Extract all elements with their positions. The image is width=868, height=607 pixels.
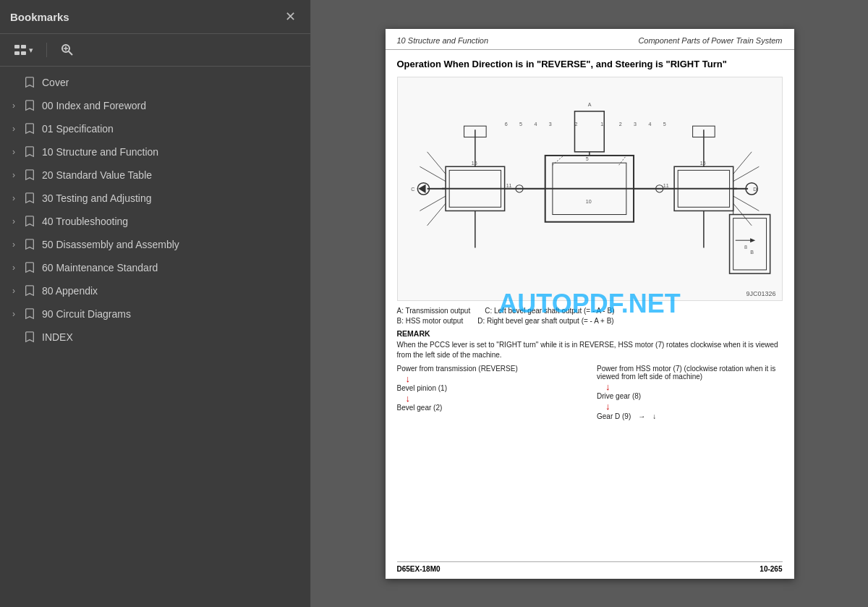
bookmark-icon-index [23,331,36,344]
page-body: Operation When Direction is in "REVERSE"… [386,50,794,431]
svg-text:16: 16 [472,161,477,166]
bookmark-icon-40 [23,215,36,228]
bookmark-item-10[interactable]: ›10 Structure and Function [0,140,310,164]
svg-rect-42 [733,218,767,269]
bookmark-icon-00 [23,99,36,112]
svg-text:2: 2 [575,122,578,127]
flow-arrow-4: ↓ [605,401,783,412]
bookmark-label-90: 90 Circuit Diagrams [42,308,131,320]
legend-b: B: HSS motor output [397,317,464,325]
bookmark-item-30[interactable]: ›30 Testing and Adjusting [0,187,310,210]
bookmark-label-50: 50 Disassembly and Assembly [42,239,179,250]
bookmark-label-40: 40 Troubleshooting [42,216,128,227]
bookmark-label-80: 80 Appendix [42,285,98,297]
legend-row-2: B: HSS motor output D: Right bevel gear … [397,317,783,325]
expand-button-10[interactable]: › [7,145,20,158]
svg-text:C: C [411,187,414,192]
flow-label-1: Power from transmission (REVERSE) [397,365,583,373]
flow-arrow-1: ↓ [406,373,583,384]
bookmark-icon-90 [23,307,36,321]
bookmark-item-50[interactable]: ›50 Disassembly and Assembly [0,233,310,256]
view-options-button[interactable]: ▾ [9,40,38,60]
bookmark-item-01[interactable]: ›01 Specification [0,117,310,140]
svg-rect-26 [575,111,605,151]
expand-button-90[interactable]: › [7,307,20,321]
svg-text:3: 3 [549,122,552,127]
svg-marker-58 [750,238,755,242]
svg-rect-1 [21,45,26,48]
legend-row-1: A: Transmission output C: Left bevel gea… [397,307,783,315]
bookmark-label-cover: Cover [42,77,69,88]
bookmark-item-00[interactable]: ›00 Index and Foreword [0,94,310,117]
flow-label-5: Drive gear (8) [597,392,783,400]
bookmark-item-80[interactable]: ›80 Appendix [0,279,310,302]
expand-button-60[interactable]: › [7,261,20,274]
expand-button-00[interactable]: › [7,99,20,112]
page-footer: D65EX-18M0 10-265 [397,561,783,573]
flow-label-4: Power from HSS motor (7) (clockwise rota… [597,365,783,381]
bookmark-item-60[interactable]: ›60 Maintenance Standard [0,256,310,279]
sidebar-toolbar: ▾ [0,34,310,67]
svg-line-44 [553,156,563,165]
svg-rect-3 [21,51,26,55]
legend-d: D: Right bevel gear shaft output (= - A … [477,317,613,325]
sidebar: Bookmarks ✕ ▾ Cover›00 Index and Forewor… [0,0,311,607]
svg-text:8: 8 [744,245,747,250]
bookmark-label-01: 01 Specification [42,123,114,135]
bookmark-icon-20 [23,169,36,182]
svg-text:B: B [750,249,754,255]
search-bookmark-button[interactable] [56,40,79,60]
svg-rect-0 [14,45,20,48]
bookmark-icon-cover [23,76,36,89]
bookmark-item-40[interactable]: ›40 Troubleshooting [0,210,310,233]
bookmark-label-20: 20 Standard Value Table [42,169,152,181]
flow-label-2: Bevel pinion (1) [397,384,583,392]
svg-line-66 [733,196,760,211]
svg-line-62 [420,196,446,211]
expand-button-01[interactable]: › [7,122,20,135]
svg-text:D: D [753,187,757,192]
expand-button-40[interactable]: › [7,215,20,228]
svg-text:3: 3 [634,122,637,127]
bookmark-label-10: 10 Structure and Function [42,146,158,158]
footer-right: 10-265 [760,565,782,573]
svg-text:6: 6 [505,122,508,127]
close-button[interactable]: ✕ [281,7,300,26]
bookmark-item-90[interactable]: ›90 Circuit Diagrams [0,302,310,326]
svg-text:1: 1 [600,122,603,127]
main-content: 10 Structure and Function Component Part… [311,0,868,607]
bookmark-icon-80 [23,284,36,297]
legend-section: A: Transmission output C: Left bevel gea… [397,307,783,325]
dropdown-arrow: ▾ [29,46,33,55]
svg-text:11: 11 [506,182,512,188]
page-container: 10 Structure and Function Component Part… [386,29,794,579]
expand-button-50[interactable]: › [7,238,20,251]
svg-rect-2 [14,51,20,55]
svg-text:11: 11 [663,182,669,188]
bookmark-label-00: 00 Index and Foreword [42,100,146,111]
flow-label-6: Gear D (9) → ↓ [597,412,783,422]
svg-text:16: 16 [700,161,706,166]
sidebar-title: Bookmarks [10,11,69,23]
bookmark-item-20[interactable]: ›20 Standard Value Table [0,164,310,187]
remark-text: When the PCCS lever is set to "RIGHT tur… [397,340,783,360]
expand-button-20[interactable]: › [7,169,20,182]
svg-text:5: 5 [586,156,589,162]
svg-line-5 [69,51,72,55]
page-main-title: Operation When Direction is in "REVERSE"… [397,59,783,69]
diagram-code: 9JC01326 [746,290,775,297]
bookmark-list: Cover›00 Index and Foreword›01 Specifica… [0,67,310,607]
bookmark-item-cover[interactable]: Cover [0,71,310,94]
flow-label-3: Bevel gear (2) [397,404,583,412]
bookmark-icon-50 [23,238,36,251]
search-icon [60,43,75,57]
expand-button-30[interactable]: › [7,192,20,205]
flow-arrow-2: ↓ [406,393,583,404]
expand-button-80[interactable]: › [7,284,20,297]
svg-marker-25 [418,184,425,192]
technical-diagram: C D A 16 16 5 11 11 10 [405,82,774,296]
bookmark-item-index[interactable]: INDEX [0,326,310,349]
view-icon [13,43,27,57]
footer-left: D65EX-18M0 [397,565,441,573]
legend-c: C: Left bevel gear shaft output (= - A -… [485,307,614,315]
